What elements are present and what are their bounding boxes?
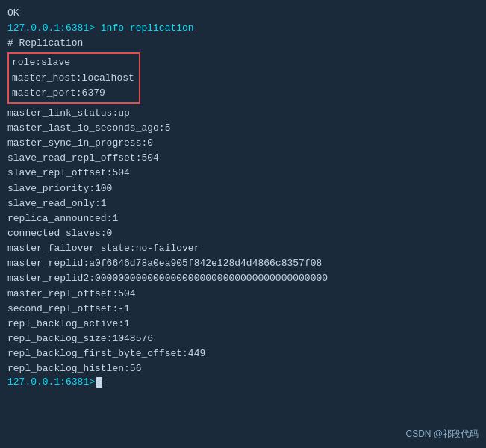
backlog-size-line: repl_backlog_size:1048576 xyxy=(7,332,479,346)
master-repl-offset-line: master_repl_offset:504 xyxy=(7,287,479,302)
slave-priority-line: slave_priority:100 xyxy=(7,181,479,196)
master-replid2-line: master_replid2:0000000000000000000000000… xyxy=(7,271,479,286)
highlighted-group: role:slave master_host:localhost master_… xyxy=(7,52,140,103)
terminal: OK 127.0.0.1:6381> info replication # Re… xyxy=(0,0,486,448)
backlog-first-byte-line: repl_backlog_first_byte_offset:449 xyxy=(7,346,479,361)
master-replid-line: master_replid:a0f6646d78a0ea905f842e128d… xyxy=(7,256,479,271)
backlog-active-line: repl_backlog_active:1 xyxy=(7,317,479,332)
section-header: # Replication xyxy=(7,36,479,51)
watermark: CSDN @祁段代码 xyxy=(405,428,479,441)
prompt-prefix: 127.0.0.1:6381> xyxy=(7,376,95,388)
ok-line: OK xyxy=(7,6,479,21)
replica-announced-line: replica_announced:1 xyxy=(7,211,479,226)
slave-repl-offset-line: slave_repl_offset:504 xyxy=(7,166,479,181)
connected-slaves-line: connected_slaves:0 xyxy=(7,226,479,241)
command-line: 127.0.0.1:6381> info replication xyxy=(7,21,479,36)
backlog-histlen-line: repl_backlog_histlen:56 xyxy=(7,361,479,376)
last-io-line: master_last_io_seconds_ago:5 xyxy=(7,121,479,136)
second-repl-offset-line: second_repl_offset:-1 xyxy=(7,302,479,317)
sync-progress-line: master_sync_in_progress:0 xyxy=(7,136,479,151)
cursor xyxy=(96,377,102,388)
failover-state-line: master_failover_state:no-failover xyxy=(7,241,479,256)
master-port-line: master_port:6379 xyxy=(12,86,134,101)
slave-read-only-line: slave_read_only:1 xyxy=(7,196,479,211)
role-line: role:slave xyxy=(12,55,134,70)
slave-read-repl-line: slave_read_repl_offset:504 xyxy=(7,151,479,166)
link-status-line: master_link_status:up xyxy=(7,106,479,121)
input-prompt-line[interactable]: 127.0.0.1:6381> xyxy=(7,376,479,388)
master-host-line: master_host:localhost xyxy=(12,71,134,86)
